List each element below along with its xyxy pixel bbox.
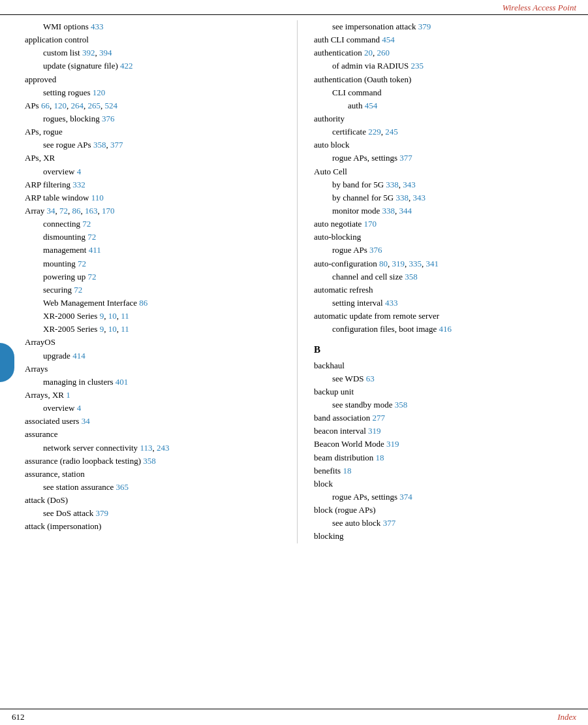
page-ref[interactable]: 9 <box>100 311 104 321</box>
page-ref[interactable]: 170 <box>102 206 115 216</box>
index-entry: auth 454 <box>314 99 570 112</box>
page-ref[interactable]: 414 <box>72 351 85 361</box>
page-ref[interactable]: 120 <box>93 88 106 97</box>
page-ref[interactable]: 86 <box>139 298 147 308</box>
index-entry: rogues, blocking 376 <box>25 112 281 125</box>
footer-label: Index <box>557 712 576 722</box>
page-ref[interactable]: 1 <box>66 390 70 400</box>
index-entry: securing 72 <box>25 283 281 297</box>
page-ref[interactable]: 4 <box>77 167 82 176</box>
index-entry: update (signature file) 422 <box>25 59 281 72</box>
page-ref[interactable]: 376 <box>369 245 382 255</box>
page-ref[interactable]: 72 <box>88 272 97 282</box>
page-ref[interactable]: 235 <box>411 61 424 71</box>
page-ref[interactable]: 11 <box>121 324 129 334</box>
page-ref[interactable]: 260 <box>377 48 390 57</box>
page-ref[interactable]: 338 <box>386 180 399 189</box>
page-ref[interactable]: 265 <box>87 101 101 110</box>
page-ref[interactable]: 379 <box>96 508 109 518</box>
page-ref[interactable]: 401 <box>116 377 129 387</box>
page-ref[interactable]: 72 <box>59 206 68 216</box>
page-ref[interactable]: 411 <box>89 245 101 255</box>
index-entry: ARP filtering 332 <box>25 178 281 191</box>
page-ref[interactable]: 229 <box>368 127 381 137</box>
page-ref[interactable]: 66 <box>41 101 50 110</box>
page-ref[interactable]: 11 <box>121 311 129 321</box>
page-ref[interactable]: 243 <box>157 443 170 453</box>
page-ref[interactable]: 277 <box>373 413 386 423</box>
page-ref[interactable]: 416 <box>439 324 452 334</box>
index-entry: XR-2000 Series 9, 10, 11 <box>25 310 281 323</box>
page-ref[interactable]: 34 <box>82 416 90 426</box>
page-ref[interactable]: 376 <box>102 114 115 123</box>
page-ref[interactable]: 170 <box>364 219 377 229</box>
index-entry: dismounting 72 <box>25 231 281 244</box>
page-ref[interactable]: 344 <box>399 206 412 216</box>
page-ref[interactable]: 377 <box>110 140 123 150</box>
left-column: WMI options 433application controlcustom… <box>12 20 294 543</box>
page-footer: 612 Index <box>0 709 588 725</box>
page-ref[interactable]: 422 <box>120 61 133 71</box>
page-ref[interactable]: 20 <box>364 48 373 57</box>
page-ref[interactable]: 18 <box>343 466 351 475</box>
page-ref[interactable]: 113 <box>140 443 152 453</box>
page-ref[interactable]: 10 <box>108 311 117 321</box>
section-letter: B <box>314 342 570 357</box>
page-ref[interactable]: 358 <box>93 140 106 150</box>
page-ref[interactable]: 433 <box>385 298 398 308</box>
page-ref[interactable]: 358 <box>143 456 156 466</box>
page-ref[interactable]: 358 <box>405 272 418 282</box>
page-ref[interactable]: 433 <box>91 22 104 31</box>
page-ref[interactable]: 319 <box>392 259 405 268</box>
content-area: WMI options 433application controlcustom… <box>0 15 588 549</box>
page-ref[interactable]: 454 <box>382 35 395 44</box>
page-ref[interactable]: 335 <box>409 259 422 268</box>
page-ref[interactable]: 80 <box>379 259 388 268</box>
page-ref[interactable]: 454 <box>365 101 378 110</box>
index-entry: CLI command <box>314 86 570 99</box>
page-ref[interactable]: 72 <box>82 219 91 229</box>
page-ref[interactable]: 392 <box>82 48 95 57</box>
page-ref[interactable]: 524 <box>104 101 117 110</box>
page-ref[interactable]: 338 <box>395 193 409 202</box>
index-entry: Auto Cell <box>314 165 570 178</box>
page-ref[interactable]: 63 <box>366 374 375 383</box>
page-ref[interactable]: 110 <box>91 193 104 202</box>
page-ref[interactable]: 72 <box>78 259 86 268</box>
index-entry: certificate 229, 245 <box>314 125 570 138</box>
page-ref[interactable]: 341 <box>426 259 439 268</box>
page-ref[interactable]: 4 <box>77 403 82 413</box>
page-ref[interactable]: 319 <box>386 439 399 449</box>
index-entry: monitor mode 338, 344 <box>314 204 570 218</box>
index-entry: setting interval 433 <box>314 297 570 310</box>
page-ref[interactable]: 72 <box>74 285 82 295</box>
index-entry: connecting 72 <box>25 218 281 231</box>
page-ref[interactable]: 377 <box>383 518 396 528</box>
page-ref[interactable]: 338 <box>382 206 395 216</box>
page-ref[interactable]: 332 <box>72 180 85 189</box>
page-ref[interactable]: 245 <box>385 127 398 137</box>
page-ref[interactable]: 358 <box>395 400 408 410</box>
page-ref[interactable]: 10 <box>108 324 117 334</box>
index-entry: assurance, station <box>25 468 281 481</box>
page-ref[interactable]: 163 <box>85 206 98 216</box>
page-ref[interactable]: 379 <box>418 22 431 31</box>
index-entry: Arrays, XR 1 <box>25 389 281 402</box>
page-ref[interactable]: 343 <box>403 180 416 189</box>
page-ref[interactable]: 18 <box>376 453 384 462</box>
page-ref[interactable]: 86 <box>72 206 81 216</box>
page-ref[interactable]: 72 <box>87 232 96 242</box>
page-ref[interactable]: 34 <box>47 206 55 216</box>
index-entry: band association 277 <box>314 411 570 425</box>
page-ref[interactable]: 120 <box>54 101 67 110</box>
page-ref[interactable]: 365 <box>116 482 129 492</box>
page-ref[interactable]: 9 <box>100 324 104 334</box>
page-ref[interactable]: 319 <box>368 426 381 436</box>
page: Wireless Access Point WMI options 433app… <box>0 0 588 725</box>
page-ref[interactable]: 377 <box>399 153 412 163</box>
page-ref[interactable]: 394 <box>99 48 112 57</box>
page-ref[interactable]: 264 <box>70 101 84 110</box>
index-entry: assurance (radio loopback testing) 358 <box>25 455 281 468</box>
page-ref[interactable]: 343 <box>412 193 426 202</box>
page-ref[interactable]: 374 <box>399 492 412 502</box>
